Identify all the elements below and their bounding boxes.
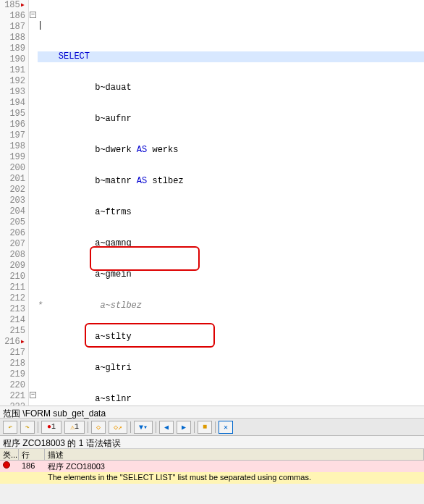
code-line[interactable]: a~ftrms <box>38 207 424 218</box>
errors-table[interactable]: 类... 行 描述 186 程序 ZCO18003 The elements i… <box>0 449 424 484</box>
close-button[interactable]: ✕ <box>219 421 233 434</box>
code-line[interactable]: b~dauat <box>38 83 424 93</box>
nav-button[interactable]: ◇ <box>91 421 106 434</box>
errors-table-header: 类... 行 描述 <box>0 449 424 461</box>
editor-toolbar: ↶ ↷ ●1 ⚠1 ◇ ◇↗ ▼▾ ◀ ▶ ■ ✕ <box>0 419 424 436</box>
separator <box>130 421 131 433</box>
annotation-box <box>90 246 200 271</box>
scope-label: 范围 \FORM sub_get_data <box>3 408 106 419</box>
undo-button[interactable]: ↶ <box>3 421 17 434</box>
code-line[interactable]: SELECT <box>38 51 424 62</box>
error-count-button[interactable]: ●1 <box>41 421 62 434</box>
fold-toggle-icon[interactable]: − <box>30 392 36 398</box>
code-line[interactable]: b~aufnr <box>38 114 424 125</box>
code-content[interactable]: | SELECT b~dauat b~aufnr b~dwerk AS werk… <box>38 0 424 406</box>
separator <box>38 421 38 433</box>
separator <box>156 421 156 433</box>
code-line[interactable]: a~gmein <box>38 269 424 280</box>
prev-button[interactable]: ◀ <box>159 421 174 434</box>
stop-button[interactable]: ■ <box>198 421 212 434</box>
col-line[interactable]: 行 <box>19 449 45 460</box>
fold-toggle-icon[interactable]: − <box>30 12 36 18</box>
errors-panel-header: 程序 ZCO18003 的 1 语法错误 <box>0 436 424 449</box>
error-row[interactable]: The elements in the "SELECT LIST" list m… <box>0 472 424 484</box>
error-row[interactable]: 186 程序 ZCO18003 <box>0 461 424 472</box>
filter-button[interactable]: ▼▾ <box>134 421 153 434</box>
code-line[interactable]: b~dwerk AS werks <box>38 145 424 156</box>
nav-button[interactable]: ◇↗ <box>109 421 127 434</box>
col-desc[interactable]: 描述 <box>45 449 424 460</box>
error-icon <box>3 461 10 469</box>
code-line[interactable]: * a~stlbez <box>38 301 424 311</box>
code-editor[interactable]: 185▸ 186 187 188 189 190 191 192 193 194… <box>0 0 424 406</box>
code-line[interactable]: | <box>38 20 424 31</box>
next-button[interactable]: ▶ <box>177 421 191 434</box>
fold-column[interactable]: − − <box>29 0 38 406</box>
code-line[interactable]: a~gltri <box>38 363 424 374</box>
separator <box>88 421 88 433</box>
code-line[interactable]: a~stlnr <box>38 394 424 405</box>
line-number-gutter: 185▸ 186 187 188 189 190 191 192 193 194… <box>0 0 29 406</box>
code-line[interactable]: b~matnr AS stlbez <box>38 176 424 187</box>
code-line[interactable]: a~stlty <box>38 332 424 343</box>
col-type[interactable]: 类... <box>0 449 19 460</box>
warning-count-button[interactable]: ⚠1 <box>64 421 85 434</box>
scope-bar: 范围 \FORM sub_get_data <box>0 406 424 419</box>
separator <box>194 421 195 433</box>
redo-button[interactable]: ↷ <box>20 421 35 434</box>
separator <box>215 421 216 433</box>
code-line[interactable]: a~gamng <box>38 238 424 249</box>
